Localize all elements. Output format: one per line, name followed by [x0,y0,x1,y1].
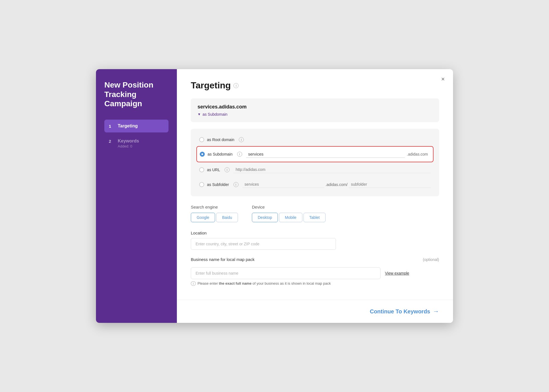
hint-prefix: Please enter [198,281,219,285]
step-sublabel-keywords: Added: 0 [118,144,139,148]
sidebar-steps: 1 Targeting 2 Keywords Added: 0 [104,120,168,152]
device-label: Device [252,205,326,209]
subdomain-info-icon[interactable]: i [237,152,242,157]
google-button[interactable]: Google [191,213,215,222]
hint-suffix: of your business as it is shown in local… [252,281,331,285]
url-input[interactable] [233,166,431,173]
engine-device-row: Search engine Google Baidu Device Deskto… [191,205,439,222]
location-label: Location [191,231,439,235]
step-info-2: Keywords Added: 0 [118,139,139,148]
radio-label-url: as URL [207,168,220,172]
radio-input-url [199,167,204,172]
search-engine-label: Search engine [191,205,238,209]
radio-options-card: as Root domain i as Subdomain i .adidas.… [191,129,439,196]
subdomain-input[interactable] [246,151,405,158]
domain-card: services.adidas.com ▼ as Subdomain [191,98,439,122]
business-label-row: Business name for local map pack (option… [191,257,439,265]
sidebar: New Position Tracking Campaign 1 Targeti… [96,69,177,323]
step-number-1: 1 [109,124,114,129]
domain-name: services.adidas.com [198,104,432,110]
targeting-info-icon[interactable]: i [233,83,239,88]
continue-label: Continue To Keywords [370,308,430,315]
page-title: Targeting [191,80,231,91]
root-info-icon[interactable]: i [239,137,244,142]
subdomain-fields: .adidas.com [246,151,430,158]
tablet-button[interactable]: Tablet [304,213,326,222]
subfolder-info-icon[interactable]: i [233,182,239,187]
subdomain-toggle-link[interactable]: ▼ as Subdomain [198,112,432,117]
close-icon: × [441,76,445,83]
step-info-1: Targeting [118,124,138,129]
radio-option-subdomain[interactable]: as Subdomain i .adidas.com [196,146,434,162]
radio-input-root [199,137,204,142]
url-fields [233,166,431,173]
business-section: Business name for local map pack (option… [191,257,439,286]
device-buttons: Desktop Mobile Tablet [252,213,326,222]
business-name-label: Business name for local map pack [191,257,254,262]
subfolder-middle: .adidas.com/ [326,182,348,187]
hint-bold: the exact full name [219,281,252,285]
location-input[interactable] [191,238,336,250]
page-title-row: Targeting i [191,80,439,91]
subfolder-input-path[interactable] [349,181,431,188]
sidebar-step-keywords[interactable]: 2 Keywords Added: 0 [104,135,168,152]
subdomain-suffix: .adidas.com [405,151,430,158]
radio-option-url[interactable]: as URL i [196,162,434,177]
radio-label-subdomain: as Subdomain [208,152,233,156]
step-number-2: 2 [109,139,114,144]
content-area: Targeting i services.adidas.com ▼ as Sub… [177,69,453,300]
baidu-button[interactable]: Baidu [216,213,238,222]
radio-input-subfolder [199,182,204,187]
radio-option-root[interactable]: as Root domain i [196,133,434,146]
sidebar-title: New Position Tracking Campaign [104,80,168,108]
desktop-button[interactable]: Desktop [252,213,278,222]
close-button[interactable]: × [439,75,447,84]
url-info-icon[interactable]: i [225,167,230,172]
chevron-down-icon: ▼ [198,112,201,116]
optional-label: (optional) [423,257,439,262]
location-section: Location [191,231,439,250]
arrow-right-icon: → [433,308,439,315]
search-engine-group: Search engine Google Baidu [191,205,238,222]
main-content: × Targeting i services.adidas.com ▼ as S… [177,69,453,323]
radio-label-root: as Root domain [207,137,234,142]
business-name-input[interactable] [191,267,381,279]
continue-button[interactable]: Continue To Keywords → [370,306,439,317]
hint-text: i Please enter the exact full name of yo… [191,281,439,286]
subfolder-input-prefix[interactable] [242,181,324,188]
business-input-row: View example [191,267,439,279]
search-engine-buttons: Google Baidu [191,213,238,222]
subdomain-toggle-label: as Subdomain [203,112,228,117]
radio-input-subdomain [200,152,205,157]
view-example-link[interactable]: View example [385,271,409,275]
step-label-keywords: Keywords [118,139,139,144]
modal-footer: Continue To Keywords → [177,300,453,323]
hint-info-icon: i [191,281,196,286]
hint-content: Please enter the exact full name of your… [198,281,331,285]
device-group: Device Desktop Mobile Tablet [252,205,326,222]
sidebar-step-targeting[interactable]: 1 Targeting [104,120,168,132]
radio-label-subfolder: as Subfolder [207,182,229,187]
modal-container: New Position Tracking Campaign 1 Targeti… [96,69,453,323]
mobile-button[interactable]: Mobile [279,213,302,222]
subfolder-fields: .adidas.com/ [242,181,431,188]
radio-option-subfolder[interactable]: as Subfolder i .adidas.com/ [196,177,434,192]
step-label-targeting: Targeting [118,124,138,129]
